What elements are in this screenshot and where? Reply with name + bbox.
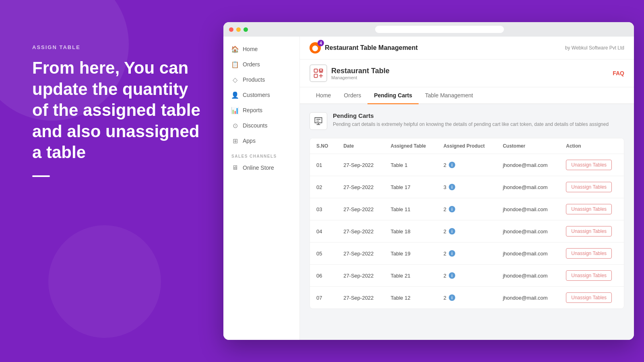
badge-bubble: 4 (318, 40, 324, 46)
sub-header-left: Restaurant Table Management (310, 64, 390, 82)
unassign-button[interactable]: Unassign Tables (566, 160, 612, 170)
cell-date: 27-Sep-2022 (337, 198, 384, 220)
table-row: 03 27-Sep-2022 Table 11 2 i jhondoe@mail… (310, 198, 624, 220)
table-row: 01 27-Sep-2022 Table 1 2 i jhondoe@mail.… (310, 154, 624, 176)
sidebar-item-orders[interactable]: 📋 Orders (223, 57, 299, 72)
section-description: Pending cart details is extremely helpfu… (333, 121, 609, 128)
unassign-button[interactable]: Unassign Tables (566, 204, 612, 214)
cell-customer: jhondoe@mail.com (496, 176, 559, 198)
unassign-button[interactable]: Unassign Tables (566, 226, 612, 237)
info-icon[interactable]: i (449, 206, 455, 212)
info-icon[interactable]: i (449, 162, 455, 168)
unassign-button[interactable]: Unassign Tables (566, 292, 612, 303)
main-content: ⬤ 4 Restaurant Table Management by Webku… (300, 37, 634, 340)
top-bar: ⬤ 4 Restaurant Table Management by Webku… (300, 37, 634, 60)
sidebar-item-reports[interactable]: 📊 Reports (223, 103, 299, 118)
address-bar[interactable] (375, 26, 504, 33)
cell-date: 27-Sep-2022 (337, 287, 384, 309)
cell-sno: 07 (310, 287, 337, 309)
tab-table-management[interactable]: Table Management (419, 87, 479, 104)
pending-carts-icon (310, 112, 327, 130)
section-header: Pending Carts Pending cart details is ex… (310, 112, 624, 130)
product-count: 2 (444, 228, 446, 234)
table-row: 02 27-Sep-2022 Table 17 3 i jhondoe@mail… (310, 176, 624, 198)
info-icon[interactable]: i (449, 272, 455, 279)
assign-table-label: ASSIGN TABLE (32, 44, 201, 50)
cell-table: Table 21 (384, 265, 437, 287)
table-row: 06 27-Sep-2022 Table 21 2 i jhondoe@mail… (310, 265, 624, 287)
bg-circle-2 (48, 225, 161, 338)
headline: From here, You can update the quantity o… (32, 58, 201, 163)
sub-header-title: Restaurant Table (331, 67, 390, 75)
info-icon[interactable]: i (449, 228, 455, 234)
app-body: 🏠 Home 📋 Orders ◇ Products 👤 Customers 📊… (223, 37, 634, 340)
cell-action: Unassign Tables (559, 265, 624, 287)
discounts-icon: ⊙ (231, 122, 239, 129)
sidebar-item-discounts[interactable]: ⊙ Discounts (223, 118, 299, 133)
cell-sno: 05 (310, 243, 337, 265)
section-title: Pending Carts (333, 112, 609, 119)
divider (32, 175, 50, 177)
chrome-maximize[interactable] (244, 27, 248, 32)
cell-customer: jhondoe@mail.com (496, 198, 559, 220)
apps-icon: ⊞ (231, 137, 239, 144)
cell-table: Table 19 (384, 243, 437, 265)
cell-customer: jhondoe@mail.com (496, 154, 559, 176)
chrome-minimize[interactable] (236, 27, 241, 32)
cell-customer: jhondoe@mail.com (496, 287, 559, 309)
home-icon: 🏠 (231, 45, 239, 53)
sidebar-item-customers[interactable]: 👤 Customers (223, 87, 299, 103)
cell-action: Unassign Tables (559, 198, 624, 220)
cell-action: Unassign Tables (559, 220, 624, 243)
col-customer: Customer (496, 138, 559, 154)
unassign-button[interactable]: Unassign Tables (566, 182, 612, 192)
product-count: 2 (444, 295, 446, 301)
sales-channels-label: SALES CHANNELS (223, 148, 299, 160)
cell-date: 27-Sep-2022 (337, 243, 384, 265)
cell-action: Unassign Tables (559, 287, 624, 309)
cell-customer: jhondoe@mail.com (496, 243, 559, 265)
sidebar-item-online-store[interactable]: 🖥 Online Store (223, 160, 299, 175)
app-icon-symbol: ⬤ (312, 45, 318, 51)
svg-rect-0 (314, 69, 318, 72)
badge-container: ⬤ 4 (310, 42, 321, 53)
data-table: S.NO Date Assigned Table Assigned Produc… (310, 138, 624, 309)
col-date: Date (337, 138, 384, 154)
table-row: 07 27-Sep-2022 Table 12 2 i jhondoe@mail… (310, 287, 624, 309)
cell-sno: 03 (310, 198, 337, 220)
sidebar-label-reports: Reports (243, 107, 262, 113)
unassign-button[interactable]: Unassign Tables (566, 248, 612, 259)
app-window: 🏠 Home 📋 Orders ◇ Products 👤 Customers 📊… (223, 22, 634, 340)
faq-button[interactable]: FAQ (613, 70, 624, 76)
tab-home[interactable]: Home (310, 87, 337, 104)
tab-pending-carts[interactable]: Pending Carts (367, 87, 419, 104)
sidebar-label-products: Products (243, 76, 265, 83)
online-store-icon: 🖥 (231, 164, 239, 171)
cell-product: 2 i (437, 154, 496, 176)
tab-orders[interactable]: Orders (337, 87, 367, 104)
sidebar-label-home: Home (243, 46, 258, 52)
cell-sno: 01 (310, 154, 337, 176)
sidebar-item-products[interactable]: ◇ Products (223, 72, 299, 87)
table-row: 04 27-Sep-2022 Table 18 2 i jhondoe@mail… (310, 220, 624, 243)
info-icon[interactable]: i (449, 294, 455, 301)
products-icon: ◇ (231, 76, 239, 83)
sidebar-item-home[interactable]: 🏠 Home (223, 41, 299, 57)
chrome-close[interactable] (229, 27, 233, 32)
cell-product: 2 i (437, 243, 496, 265)
sub-header: Restaurant Table Management FAQ (300, 60, 634, 87)
sidebar-item-apps[interactable]: ⊞ Apps (223, 133, 299, 148)
cell-action: Unassign Tables (559, 176, 624, 198)
info-icon[interactable]: i (449, 184, 455, 190)
cell-customer: jhondoe@mail.com (496, 220, 559, 243)
info-icon[interactable]: i (449, 250, 455, 257)
cell-table: Table 11 (384, 198, 437, 220)
cell-customer: jhondoe@mail.com (496, 265, 559, 287)
cell-date: 27-Sep-2022 (337, 265, 384, 287)
col-action: Action (559, 138, 624, 154)
svg-rect-2 (314, 74, 318, 77)
sidebar-label-orders: Orders (243, 61, 260, 68)
product-count: 3 (444, 184, 446, 190)
unassign-button[interactable]: Unassign Tables (566, 270, 612, 281)
cell-table: Table 12 (384, 287, 437, 309)
